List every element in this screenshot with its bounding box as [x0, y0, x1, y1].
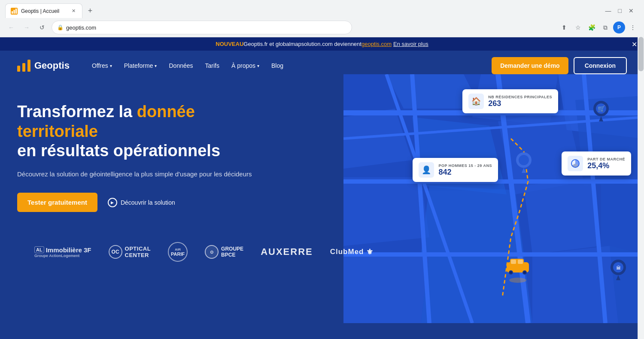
svg-rect-3 [17, 66, 20, 72]
hero-subtitle: Découvrez la solution de géointelligence… [17, 170, 275, 179]
announcement-text: Geoptis.fr et globalmapsolution.com devi… [243, 41, 361, 47]
nav-plateforme[interactable]: Plateforme ▾ [119, 59, 162, 73]
logo-auxerre: AUXERRE [261, 246, 313, 257]
logo-bpce: ⊙ GROUPEBPCE [205, 245, 243, 259]
hero-title-part1: Transformez la [17, 103, 137, 121]
chevron-down-icon: ▾ [110, 64, 112, 68]
announcement-geoptis-link[interactable]: geoptis.com [361, 41, 392, 47]
window-controls: — □ ✕ [605, 7, 639, 14]
back-button[interactable]: ← [5, 21, 17, 33]
lock-icon: 🔒 [57, 24, 64, 30]
connexion-button[interactable]: Connexion [574, 57, 627, 74]
logo-text: Geoptis [34, 60, 70, 71]
logo-optical-center: OC OPTICALCENTER [109, 245, 151, 259]
profile-button[interactable]: P [613, 21, 625, 33]
nav-tarifs[interactable]: Tarifs [200, 59, 225, 73]
logo-immo3f: AL Immobilière 3F Groupe ActionLogement [34, 246, 91, 258]
share-button[interactable]: ⬆ [558, 21, 570, 33]
nav-donnees[interactable]: Données [164, 59, 198, 73]
nav-apropos[interactable]: À propos ▾ [226, 59, 264, 73]
hero-content: Transformez la donnée territoriale en ré… [17, 102, 275, 212]
minimize-button[interactable]: — [605, 7, 611, 14]
logo[interactable]: Geoptis [17, 60, 70, 72]
nav-links: Offres ▾ Plateforme ▾ Données Tarifs À p… [87, 59, 492, 73]
logo-icon [17, 60, 31, 72]
hero-section: Transformez la donnée territoriale en ré… [0, 81, 644, 275]
new-tab-button[interactable]: + [84, 5, 96, 17]
decouvrir-link[interactable]: ▶ Découvrir la solution [108, 198, 175, 207]
decouvrir-text: Découvrir la solution [121, 199, 175, 206]
reload-button[interactable]: ↺ [36, 21, 48, 33]
announcement-bar: NOUVEAU Geoptis.fr et globalmapsolution.… [0, 37, 644, 51]
menu-button[interactable]: ⋮ [627, 21, 639, 33]
chevron-down-icon: ▾ [257, 64, 259, 68]
close-button[interactable]: ✕ [629, 7, 634, 14]
svg-point-49 [509, 278, 526, 283]
hero-title-part2: en résultats opérationnels [17, 142, 220, 160]
bookmark-button[interactable]: ☆ [572, 21, 584, 33]
tab-favicon [11, 8, 18, 15]
nav-offres[interactable]: Offres ▾ [87, 59, 117, 73]
split-view-button[interactable]: ⧉ [599, 21, 611, 33]
announcement-close-button[interactable]: ✕ [632, 40, 637, 48]
forward-button[interactable]: → [21, 21, 33, 33]
nav-blog[interactable]: Blog [266, 59, 289, 73]
maximize-button[interactable]: □ [618, 7, 622, 14]
hero-actions: Tester gratuitement ▶ Découvrir la solut… [17, 193, 275, 212]
website-content: NOUVEAU Geoptis.fr et globalmapsolution.… [0, 37, 644, 339]
svg-rect-1 [14, 10, 15, 14]
url-text: geoptis.com [66, 24, 96, 31]
chevron-down-icon: ▾ [155, 64, 157, 68]
svg-rect-5 [27, 60, 30, 72]
scrollbar-thumb[interactable] [638, 37, 644, 71]
svg-rect-0 [12, 11, 13, 14]
address-bar: ← → ↺ 🔒 geoptis.com ⬆ ☆ 🧩 ⧉ P ⋮ [0, 18, 644, 37]
logos-bar: AL Immobilière 3F Groupe ActionLogement … [17, 233, 627, 262]
tester-button[interactable]: Tester gratuitement [17, 193, 97, 212]
extensions-button[interactable]: 🧩 [586, 21, 598, 33]
announcement-nouveau: NOUVEAU [216, 41, 243, 47]
svg-rect-4 [22, 63, 25, 72]
scrollbar[interactable] [638, 37, 644, 339]
logo-clubmed: ClubMed ⚜ [330, 247, 374, 257]
announcement-savoir-link[interactable]: En savoir plus [393, 41, 428, 47]
active-tab[interactable]: Geoptis | Accueil ✕ [5, 3, 82, 18]
url-bar[interactable]: 🔒 geoptis.com [52, 21, 352, 34]
nav-actions: Demander une démo Connexion [492, 57, 627, 74]
tab-title: Geoptis | Accueil [21, 8, 67, 14]
tab-bar: Geoptis | Accueil ✕ + — □ ✕ [0, 0, 644, 18]
browser-actions: ⬆ ☆ 🧩 ⧉ P ⋮ [558, 21, 639, 33]
svg-rect-2 [15, 9, 17, 14]
logo-air-parif: AIR PARIF [168, 242, 188, 262]
tab-close-button[interactable]: ✕ [70, 8, 77, 15]
hero-title: Transformez la donnée territoriale en ré… [17, 102, 275, 161]
demo-button[interactable]: Demander une démo [492, 57, 568, 74]
browser-chrome: Geoptis | Accueil ✕ + — □ ✕ ← → ↺ 🔒 geop… [0, 0, 644, 37]
play-icon: ▶ [108, 198, 117, 207]
